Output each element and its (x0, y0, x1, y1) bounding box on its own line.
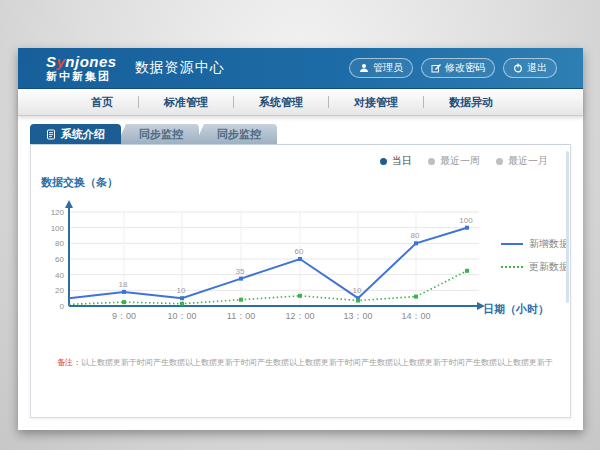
svg-text:10：00: 10：00 (167, 311, 196, 321)
svg-text:11：00: 11：00 (227, 311, 255, 321)
radio-icon (428, 158, 435, 165)
svg-text:40: 40 (55, 271, 64, 280)
company-logo: Synjones 新中新集团 (46, 54, 117, 82)
nav-item-standard-mgmt[interactable]: 标准管理 (139, 95, 233, 110)
tab-bar: 系统介绍 同步监控 同步监控 (30, 124, 583, 144)
svg-text:9：00: 9：00 (112, 311, 136, 321)
footnote-prefix: 备注： (57, 358, 81, 367)
svg-text:10: 10 (177, 286, 186, 295)
svg-text:20: 20 (55, 286, 64, 295)
svg-text:120: 120 (51, 208, 65, 217)
range-filter-group: 当日 最近一周 最近一月 (380, 154, 548, 168)
svg-text:12：00: 12：00 (285, 311, 314, 321)
change-password-label: 修改密码 (445, 61, 485, 75)
nav-item-data-change[interactable]: 数据异动 (424, 95, 518, 110)
admin-label: 管理员 (373, 61, 403, 75)
tab-label: 系统介绍 (61, 127, 105, 142)
logo-wordmark: Synjones (46, 54, 117, 69)
green-dotted-line-icon (501, 266, 523, 268)
svg-text:18: 18 (119, 280, 128, 289)
radio-icon (496, 158, 503, 165)
filter-label: 最近一月 (508, 154, 548, 168)
svg-text:100: 100 (459, 216, 473, 225)
user-icon (359, 63, 369, 73)
tab-label: 同步监控 (139, 127, 183, 142)
app-header: Synjones 新中新集团 数据资源中心 管理员 修改密码 退出 (18, 48, 583, 89)
legend-item-new-data: 新增数据 (501, 237, 569, 251)
filter-last-month[interactable]: 最近一月 (496, 154, 548, 168)
nav-item-home[interactable]: 首页 (66, 95, 138, 110)
svg-text:14：00: 14：00 (401, 311, 430, 321)
logout-label: 退出 (527, 61, 547, 75)
filter-label: 最近一周 (440, 154, 480, 168)
document-icon (46, 129, 56, 140)
filter-label: 当日 (392, 154, 412, 168)
tab-system-intro[interactable]: 系统介绍 (30, 124, 121, 144)
blue-line-icon (501, 243, 523, 245)
tab-sync-monitor-2[interactable]: 同步监控 (195, 124, 277, 144)
filter-today[interactable]: 当日 (380, 154, 412, 168)
power-icon (513, 63, 523, 73)
main-nav: 首页 标准管理 系统管理 对接管理 数据异动 (18, 89, 583, 116)
tab-label: 同步监控 (217, 127, 261, 142)
nav-item-interface-mgmt[interactable]: 对接管理 (329, 95, 423, 110)
svg-text:13：00: 13：00 (343, 311, 372, 321)
svg-text:80: 80 (411, 231, 420, 240)
legend-item-updated-data: 更新数据 (501, 260, 569, 274)
tab-sync-monitor-1[interactable]: 同步监控 (117, 124, 199, 144)
svg-text:80: 80 (55, 239, 64, 248)
nav-item-system-mgmt[interactable]: 系统管理 (234, 95, 328, 110)
radio-selected-icon (380, 158, 387, 165)
svg-text:100: 100 (51, 224, 65, 233)
footnote-text: 以上数据更新于时间产生数据以上数据更新于时间产生数据以上数据更新于时间产生数据以… (81, 358, 553, 367)
svg-text:60: 60 (55, 255, 64, 264)
svg-text:35: 35 (236, 267, 245, 276)
logo-company-name: 新中新集团 (46, 71, 117, 82)
y-axis-title: 数据交换（条） (41, 175, 118, 190)
chart-panel: 当日 最近一周 最近一月 数据交换（条） 0204060801001209：00… (30, 144, 571, 418)
chart-legend: 新增数据 更新数据 (501, 237, 569, 283)
page-title: 数据资源中心 (135, 59, 225, 77)
svg-text:0: 0 (60, 302, 65, 311)
footnote: 备注：以上数据更新于时间产生数据以上数据更新于时间产生数据以上数据更新于时间产生… (57, 357, 553, 368)
filter-last-week[interactable]: 最近一周 (428, 154, 480, 168)
user-bar: 管理员 修改密码 退出 (349, 58, 557, 78)
svg-text:10: 10 (353, 286, 362, 295)
admin-button[interactable]: 管理员 (349, 58, 413, 78)
edit-icon (431, 63, 441, 73)
panel-scrollbar[interactable] (566, 151, 569, 303)
x-axis-title: 日期（小时） (483, 302, 549, 317)
page: Synjones 新中新集团 数据资源中心 管理员 修改密码 退出 (18, 48, 583, 430)
logout-button[interactable]: 退出 (503, 58, 557, 78)
data-exchange-line-chart: 0204060801001209：0010：0011：0012：0013：001… (39, 197, 499, 329)
svg-text:60: 60 (295, 247, 304, 256)
change-password-button[interactable]: 修改密码 (421, 58, 495, 78)
chart-area: 0204060801001209：0010：0011：0012：0013：001… (39, 197, 499, 333)
